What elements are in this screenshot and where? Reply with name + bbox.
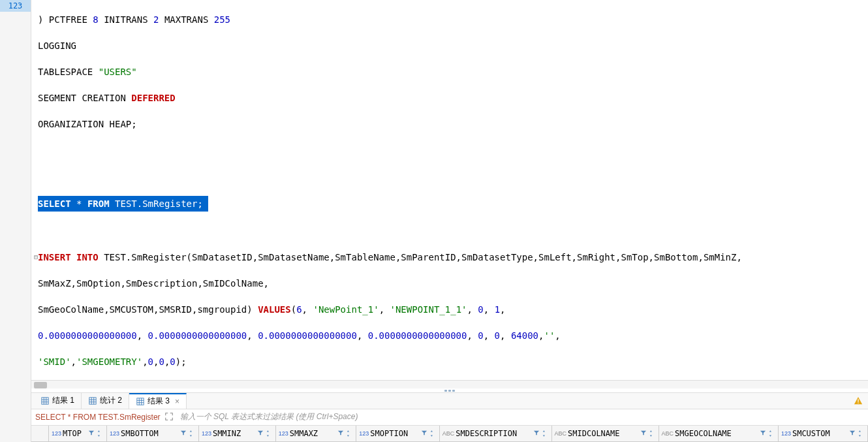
column-header[interactable]: 123SMMAXZ bbox=[276, 426, 357, 441]
column-name: SMOPTION bbox=[370, 429, 419, 438]
svg-rect-10 bbox=[137, 398, 144, 405]
column-header[interactable]: 123MTOP bbox=[49, 426, 107, 441]
results-status-bar: SELECT * FROM TEST.SmRegister 输入一个 SQL 表… bbox=[31, 409, 868, 426]
column-name: SMBOTTOM bbox=[121, 429, 179, 438]
close-icon[interactable]: × bbox=[175, 397, 179, 406]
grid-icon bbox=[88, 396, 97, 405]
filter-icon[interactable] bbox=[421, 430, 429, 437]
filter-icon[interactable] bbox=[337, 430, 345, 437]
numeric-type-icon: 123 bbox=[279, 430, 288, 437]
sort-icon[interactable] bbox=[430, 430, 437, 437]
column-header[interactable]: ABCSMDESCRIPTION bbox=[440, 426, 552, 441]
expand-icon[interactable] bbox=[164, 412, 175, 422]
filter-icon[interactable] bbox=[180, 430, 188, 437]
sort-icon[interactable] bbox=[649, 430, 656, 437]
executed-sql-label: SELECT * FROM TEST.SmRegister bbox=[31, 413, 164, 422]
column-name: SMMAXZ bbox=[290, 429, 337, 438]
result-tab[interactable]: 结果 3× bbox=[129, 393, 187, 409]
svg-rect-16 bbox=[858, 402, 858, 403]
scrollbar-thumb[interactable] bbox=[34, 382, 47, 388]
grid-rownum-header[interactable] bbox=[31, 426, 49, 441]
result-tab[interactable]: 结果 1 bbox=[34, 393, 82, 409]
numeric-type-icon: 123 bbox=[781, 430, 791, 437]
sort-icon[interactable] bbox=[769, 430, 775, 437]
column-name: SMGEOCOLNAME bbox=[675, 429, 758, 438]
numeric-type-icon: 123 bbox=[110, 430, 119, 437]
column-name: SMIDCOLNAME bbox=[568, 429, 639, 438]
sort-icon[interactable] bbox=[97, 430, 104, 437]
column-header[interactable]: ABCSMIDCOLNAME bbox=[552, 426, 659, 441]
line-number-gutter[interactable]: 123 bbox=[0, 0, 31, 442]
tab-label: 统计 2 bbox=[100, 395, 122, 406]
filter-icon[interactable] bbox=[257, 430, 265, 437]
svg-rect-0 bbox=[42, 398, 48, 404]
column-name: MTOP bbox=[63, 429, 87, 438]
token-pctfree: ) PCTFREE bbox=[38, 14, 93, 25]
text-type-icon: ABC bbox=[555, 430, 567, 437]
text-type-icon: ABC bbox=[442, 430, 455, 437]
sql-editor[interactable]: ) PCTFREE 8 INITRANS 2 MAXTRANS 255 LOGG… bbox=[31, 0, 868, 380]
text-type-icon: ABC bbox=[662, 430, 674, 437]
column-name: SMMINZ bbox=[213, 429, 256, 438]
grid-icon bbox=[136, 397, 145, 406]
selected-sql-line[interactable]: SELECT * FROM TEST.SmRegister; bbox=[38, 196, 208, 212]
line-number[interactable]: 123 bbox=[0, 0, 31, 12]
grid-header-row: 123MTOP123SMBOTTOM123SMMINZ123SMMAXZ123S… bbox=[31, 426, 868, 442]
filter-input-placeholder[interactable]: 输入一个 SQL 表达式来过滤结果 (使用 Ctrl+Space) bbox=[175, 411, 358, 422]
column-header[interactable]: 123SMOPTION bbox=[356, 426, 439, 441]
results-tabs-bar: 结果 1统计 2结果 3× bbox=[31, 392, 868, 409]
filter-icon[interactable] bbox=[760, 430, 767, 437]
column-header[interactable]: 123SMCUSTOM bbox=[779, 426, 868, 441]
tab-label: 结果 1 bbox=[52, 395, 74, 406]
filter-icon[interactable] bbox=[849, 430, 857, 437]
sort-icon[interactable] bbox=[542, 430, 549, 437]
sort-icon[interactable] bbox=[858, 430, 865, 437]
fold-marker-icon[interactable]: ⊟ bbox=[34, 251, 38, 264]
column-header[interactable]: ABCSMGEOCOLNAME bbox=[659, 426, 779, 441]
svg-rect-15 bbox=[858, 399, 858, 402]
warning-icon[interactable] bbox=[854, 396, 863, 405]
sort-icon[interactable] bbox=[266, 430, 273, 437]
filter-icon[interactable] bbox=[533, 430, 541, 437]
tab-label: 结果 3 bbox=[147, 396, 170, 407]
column-name: SMDESCRIPTION bbox=[456, 429, 531, 438]
sort-icon[interactable] bbox=[189, 430, 196, 437]
numeric-type-icon: 123 bbox=[202, 430, 211, 437]
filter-icon[interactable] bbox=[88, 430, 96, 437]
column-header[interactable]: 123SMBOTTOM bbox=[107, 426, 199, 441]
column-header[interactable]: 123SMMINZ bbox=[199, 426, 276, 441]
numeric-type-icon: 123 bbox=[359, 430, 369, 437]
column-name: SMCUSTOM bbox=[792, 429, 848, 438]
result-tab[interactable]: 统计 2 bbox=[82, 393, 129, 409]
numeric-type-icon: 123 bbox=[52, 430, 61, 437]
filter-icon[interactable] bbox=[640, 430, 648, 437]
svg-rect-5 bbox=[89, 398, 96, 404]
editor-horizontal-scrollbar[interactable] bbox=[31, 380, 868, 389]
grid-icon bbox=[40, 396, 50, 405]
sort-icon[interactable] bbox=[347, 430, 353, 437]
